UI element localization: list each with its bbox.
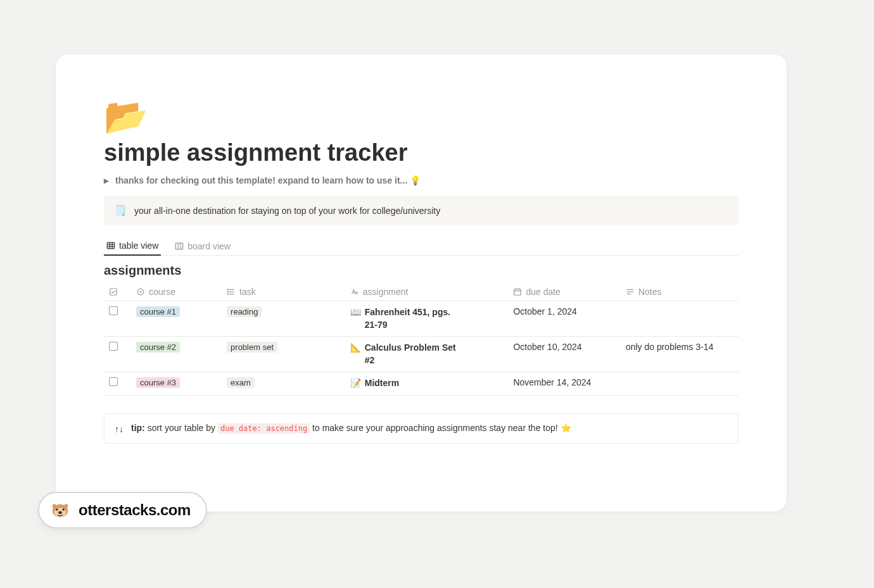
svg-point-25	[56, 508, 58, 510]
date-column-icon	[513, 287, 522, 296]
page-container: 📂 simple assignment tracker ▶ thanks for…	[56, 54, 787, 511]
select-column-icon	[136, 287, 145, 296]
brand-pill[interactable]: otterstacks.com	[38, 492, 207, 529]
notes-cell[interactable]: only do problems 3-14	[621, 337, 738, 372]
assignment-icon: 📖	[350, 306, 361, 319]
col-due-label[interactable]: due date	[526, 287, 560, 297]
row-checkbox[interactable]	[109, 342, 118, 351]
assignment-title[interactable]: Calculus Problem Set #2	[365, 342, 458, 366]
otter-logo-icon	[51, 501, 70, 520]
callout-icon: 🗒️	[114, 204, 127, 216]
tip-before: sort your table by	[145, 423, 218, 433]
course-tag[interactable]: course #1	[136, 306, 180, 317]
info-callout: 🗒️ your all-in-one destination for stayi…	[104, 196, 738, 225]
title-column-icon	[350, 287, 359, 296]
assignments-table: course	[104, 283, 738, 396]
col-task-label[interactable]: task	[239, 287, 256, 297]
tip-after: to make sure your approaching assignment…	[310, 423, 571, 433]
svg-point-13	[227, 289, 228, 290]
page-title[interactable]: simple assignment tracker	[104, 139, 738, 166]
checkbox-column-icon	[109, 287, 118, 296]
assignment-title[interactable]: Fahrenheit 451, pgs. 21-79	[365, 306, 458, 331]
due-date-cell[interactable]: October 1, 2024	[508, 301, 620, 337]
table-row[interactable]: course #2problem set📐Calculus Problem Se…	[104, 337, 738, 372]
assignment-icon: 📝	[350, 377, 361, 390]
toggle-text: thanks for checking out this template! e…	[115, 175, 421, 185]
due-date-cell[interactable]: October 10, 2024	[508, 337, 620, 372]
svg-rect-0	[107, 242, 114, 249]
table-row[interactable]: course #1reading📖Fahrenheit 451, pgs. 21…	[104, 301, 738, 337]
course-tag[interactable]: course #3	[136, 377, 180, 388]
task-tag[interactable]: exam	[227, 377, 255, 388]
sort-icon: ↑↓	[115, 424, 124, 434]
svg-point-28	[53, 504, 56, 508]
board-icon	[175, 242, 184, 251]
brand-text: otterstacks.com	[79, 501, 191, 519]
notes-cell[interactable]	[621, 372, 738, 396]
tab-table-view[interactable]: table view	[104, 237, 161, 256]
course-tag[interactable]: course #2	[136, 342, 180, 353]
view-tabs: table view board view	[104, 237, 738, 256]
text-column-icon	[626, 287, 635, 296]
svg-point-29	[65, 504, 68, 508]
due-date-cell[interactable]: November 14, 2024	[508, 372, 620, 396]
tip-callout: ↑↓ tip: sort your table by due date: asc…	[104, 413, 738, 444]
callout-text: your all-in-one destination for staying …	[134, 206, 440, 216]
svg-point-9	[137, 289, 144, 295]
svg-point-14	[227, 291, 228, 292]
toggle-caret-icon: ▶	[104, 177, 109, 184]
svg-rect-8	[110, 289, 117, 296]
multiselect-column-icon	[227, 287, 236, 296]
tab-table-label: table view	[119, 241, 158, 251]
col-assignment-label[interactable]: assignment	[363, 287, 408, 297]
assignment-title[interactable]: Midterm	[365, 377, 399, 390]
tab-board-label: board view	[187, 241, 231, 251]
svg-point-26	[62, 508, 64, 510]
col-notes-label[interactable]: Notes	[638, 287, 662, 297]
svg-rect-16	[514, 289, 521, 296]
table-icon	[106, 241, 115, 250]
database-title[interactable]: assignments	[104, 263, 738, 278]
tip-bold: tip:	[131, 423, 145, 433]
row-checkbox[interactable]	[109, 377, 118, 386]
tab-board-view[interactable]: board view	[172, 237, 233, 255]
notes-cell[interactable]	[621, 301, 738, 337]
col-course-label[interactable]: course	[149, 287, 175, 297]
svg-point-15	[227, 294, 228, 294]
task-tag[interactable]: problem set	[227, 342, 277, 353]
tip-text: tip: sort your table by due date: ascend…	[131, 423, 571, 433]
row-checkbox[interactable]	[109, 306, 118, 315]
svg-rect-5	[176, 243, 183, 249]
svg-point-27	[58, 511, 62, 514]
task-tag[interactable]: reading	[227, 306, 262, 317]
tip-code: due date: ascending	[218, 423, 310, 434]
page-icon[interactable]: 📂	[104, 99, 148, 134]
table-row[interactable]: course #3exam📝MidtermNovember 14, 2024	[104, 372, 738, 396]
assignment-icon: 📐	[350, 342, 361, 354]
toggle-block[interactable]: ▶ thanks for checking out this template!…	[104, 175, 738, 185]
